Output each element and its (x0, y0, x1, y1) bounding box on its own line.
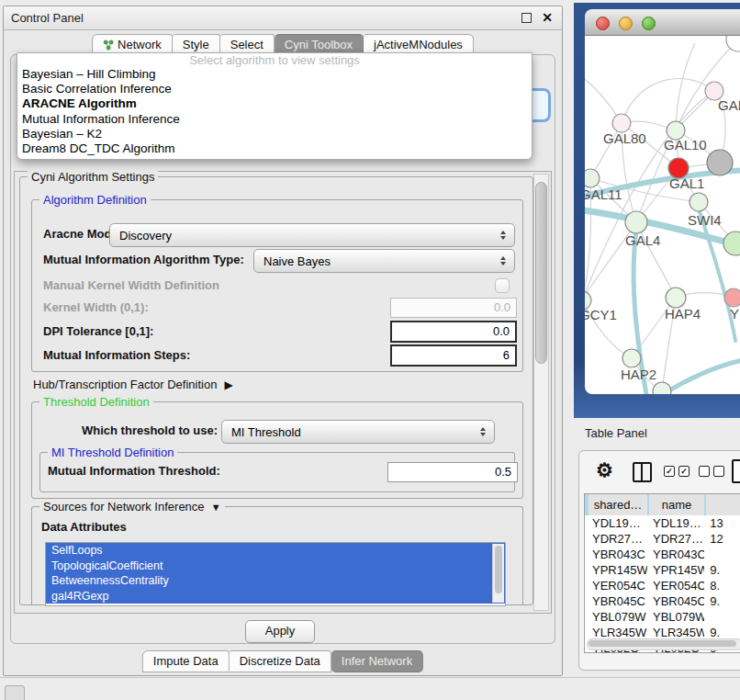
table-panel-title: Table Panel (585, 426, 647, 440)
attribute-list-item[interactable]: SelfLoops (46, 543, 505, 559)
tab-impute-data[interactable]: Impute Data (142, 650, 230, 672)
table-horizontal-scrollbar[interactable] (587, 638, 740, 650)
tab-infer-network[interactable]: Infer Network (331, 650, 423, 672)
node-label: GAL11 (585, 186, 622, 202)
apply-button[interactable]: Apply (245, 620, 315, 643)
table-cell: YDL19… (649, 515, 704, 531)
mac-zoom-button[interactable] (642, 17, 656, 30)
mi-threshold-label: Mutual Information Threshold: (48, 461, 220, 481)
node-label: GAL80 (603, 130, 646, 146)
table-cell: YDR27… (649, 531, 704, 547)
table-cell: YBL079W (649, 609, 704, 625)
algorithm-option[interactable]: Basic Correlation Inference (17, 82, 532, 96)
cyni-algorithm-settings-group: Cyni Algorithm Settings Algorithm Defini… (19, 176, 533, 605)
table-row[interactable]: YBR045CYBR045C9. (585, 593, 740, 609)
minimized-panel-icon[interactable] (5, 685, 25, 700)
which-threshold-label: Which threshold to use: (82, 419, 218, 443)
settings-scrollbar[interactable] (533, 174, 549, 611)
table-cell: YBR043C (589, 547, 647, 562)
close-icon[interactable]: ✕ (542, 11, 553, 24)
network-node-y[interactable] (724, 288, 740, 307)
network-node-gal4[interactable] (625, 211, 647, 233)
table-settings-gear-icon[interactable]: ⚙ (596, 459, 613, 481)
algorithm-definition-group: Algorithm Definition Aracne Mode: Discov… (31, 199, 523, 372)
select-all-columns-icon[interactable]: ✓✓ (664, 466, 690, 477)
stepper-arrows-icon (496, 256, 514, 265)
algorithm-option[interactable]: Bayesian – Hill Climbing (17, 67, 532, 82)
list-scrollbar[interactable] (492, 544, 504, 603)
attribute-list-item[interactable]: TopologicalCoefficient (46, 559, 505, 574)
table-row[interactable]: YPR145WYPR145W9. (585, 562, 740, 578)
table-row[interactable]: YDR27…YDR27…12 (585, 531, 740, 547)
float-window-icon[interactable] (521, 13, 532, 23)
table-cell (706, 547, 740, 562)
expand-right-icon: ▶ (224, 378, 232, 391)
network-node-hap2[interactable] (622, 349, 641, 367)
dropdown-hint: Select algorithm to view settings (17, 53, 532, 67)
manual-kernel-label: Manual Kernel Width Definition (43, 274, 219, 298)
scrollbar-thumb[interactable] (589, 640, 736, 647)
tab-label: Style (183, 38, 209, 51)
table-cell: YBR045C (649, 593, 704, 609)
table-row[interactable]: YBR043CYBR043C (585, 547, 740, 562)
network-node-gal80[interactable] (612, 114, 631, 132)
network-node-swi4[interactable] (690, 193, 708, 211)
mac-close-button[interactable] (596, 17, 610, 30)
table-row[interactable]: YBL079WYBL079W (585, 609, 740, 625)
network-node-hap4[interactable] (666, 288, 686, 308)
hub-definition-label: Hub/Transcription Factor Definition (33, 378, 217, 391)
table-row[interactable]: YDL19…YDL19…13 (585, 515, 740, 531)
attribute-list-item[interactable]: BetweennessCentrality (46, 573, 505, 589)
split-columns-icon[interactable] (633, 462, 652, 482)
algorithm-option[interactable]: Bayesian – K2 (17, 127, 532, 141)
node-label: GCY1 (585, 307, 617, 322)
network-view-window: GALGAL80GAL10GAL1GAL11SWI4GAL4GCY1HAP4YH… (574, 3, 740, 418)
node-label: HAP2 (621, 367, 656, 382)
node-label: GAL4 (625, 232, 660, 248)
data-attributes-list[interactable]: SelfLoopsTopologicalCoefficientBetweenne… (45, 542, 506, 606)
mi-steps-field[interactable]: 6 (390, 344, 517, 367)
which-threshold-combo[interactable]: MI Threshold (221, 420, 495, 444)
dpi-tolerance-field[interactable]: 0.0 (390, 321, 517, 343)
aracne-mode-combo[interactable]: Discovery (109, 223, 515, 247)
table-row[interactable]: YER054CYER054C8. (585, 578, 740, 593)
table-cell: YDR27… (589, 531, 647, 547)
network-canvas[interactable]: GALGAL80GAL10GAL1GAL11SWI4GAL4GCY1HAP4YH… (585, 36, 740, 394)
algorithm-option[interactable]: Mutual Information Inference (17, 112, 532, 127)
table-cell: YBR045C (589, 593, 647, 609)
dpi-tolerance-label: DPI Tolerance [0,1]: (43, 320, 153, 344)
tab-discretize-data[interactable]: Discretize Data (230, 650, 331, 672)
mac-minimize-button[interactable] (619, 17, 633, 30)
deselect-all-columns-icon[interactable] (699, 466, 724, 477)
cyni-bottom-tabs: Impute Data Discretize Data Infer Networ… (142, 650, 423, 672)
mi-algorithm-type-combo[interactable]: Naive Bayes (253, 249, 515, 273)
scrollbar-thumb[interactable] (535, 182, 547, 364)
node-table: shared…name YDL19…YDL19…13YDR27…YDR27…12… (584, 493, 740, 653)
column-header[interactable]: name (649, 494, 704, 515)
network-window-titlebar[interactable] (585, 9, 740, 36)
network-node[interactable] (653, 382, 671, 394)
kernel-width-field[interactable]: 0.0 (390, 298, 517, 318)
combo-value: MI Threshold (222, 425, 476, 439)
network-node[interactable] (723, 231, 740, 255)
mi-threshold-field[interactable]: 0.5 (387, 462, 518, 482)
network-node[interactable] (707, 150, 733, 175)
export-table-icon[interactable] (732, 459, 740, 483)
tab-label: Cyni Toolbox (285, 38, 353, 51)
hub-definition-expander[interactable]: Hub/Transcription Factor Definition▶ (33, 378, 233, 391)
table-cell: YER054C (649, 578, 704, 593)
settings-viewport: Cyni Algorithm Settings Algorithm Defini… (14, 171, 552, 614)
column-header[interactable]: shared… (589, 494, 647, 515)
network-node[interactable] (726, 36, 740, 51)
column-header[interactable] (706, 494, 740, 515)
manual-kernel-checkbox[interactable] (495, 278, 510, 293)
table-header-row: shared…name (585, 494, 740, 515)
algorithm-option[interactable]: Dream8 DC_TDC Algorithm (17, 141, 532, 156)
table-cell (706, 609, 740, 625)
group-title: Threshold Definition (39, 395, 153, 409)
node-label: Y (730, 306, 739, 322)
attribute-list-item[interactable]: gal4RGexp (46, 589, 505, 604)
algorithm-option[interactable]: ARACNE Algorithm (17, 96, 532, 111)
collapse-down-icon[interactable]: ▼ (208, 502, 221, 513)
network-node-gal11[interactable] (585, 169, 600, 187)
